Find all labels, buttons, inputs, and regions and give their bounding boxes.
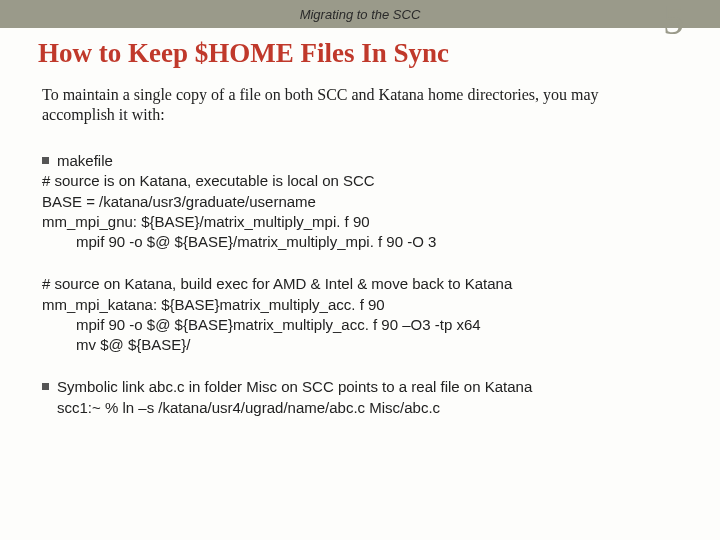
code-line: # source is on Katana, executable is loc… xyxy=(42,171,672,191)
code-line: mv $@ ${BASE}/ xyxy=(42,335,672,355)
code-line: mm_mpi_gnu: ${BASE}/matrix_multiply_mpi.… xyxy=(42,212,672,232)
page-number: 5 xyxy=(663,0,684,44)
code-line: mpif 90 -o $@ ${BASE}matrix_multiply_acc… xyxy=(42,315,672,335)
code-line: # source on Katana, build exec for AMD &… xyxy=(42,274,672,294)
square-bullet-icon xyxy=(42,157,49,164)
bullet-label: makefile xyxy=(57,151,113,171)
code-line: BASE = /katana/usr3/graduate/username xyxy=(42,192,672,212)
header-bar: Migrating to the SCC xyxy=(0,0,720,28)
code-line: mm_mpi_katana: ${BASE}matrix_multiply_ac… xyxy=(42,295,672,315)
intro-text: To maintain a single copy of a file on b… xyxy=(42,85,672,125)
code-line: mpif 90 -o $@ ${BASE}/matrix_multiply_mp… xyxy=(42,232,672,252)
bullet-makefile: makefile xyxy=(42,151,672,171)
bullet-symlink: Symbolic link abc.c in folder Misc on SC… xyxy=(42,377,672,397)
bullet-label: Symbolic link abc.c in folder Misc on SC… xyxy=(57,377,532,397)
page-title: How to Keep $HOME Files In Sync xyxy=(38,38,720,69)
square-bullet-icon xyxy=(42,383,49,390)
breadcrumb: Migrating to the SCC xyxy=(300,7,421,22)
code-line: scc1:~ % ln –s /katana/usr4/ugrad/name/a… xyxy=(42,398,672,418)
slide-content: To maintain a single copy of a file on b… xyxy=(0,69,720,418)
